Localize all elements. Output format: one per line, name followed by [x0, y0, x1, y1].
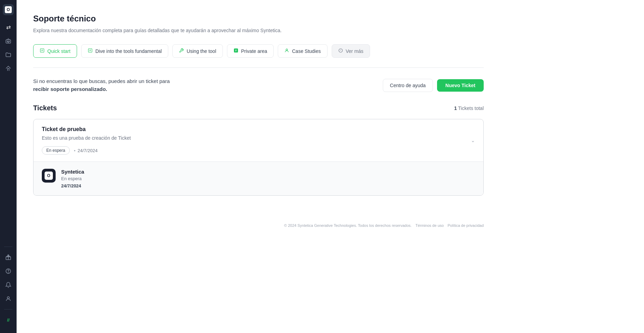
nuevo-ticket-button[interactable]: Nuevo Ticket [437, 79, 484, 92]
reply-sender-name: Syntetica [61, 169, 84, 175]
sidebar-logo[interactable]: O [3, 4, 14, 15]
cat-btn-fundamentals[interactable]: Dive into the tools fundamental [81, 44, 168, 58]
page-subtitle: Explora nuestra documentación completa p… [33, 28, 484, 33]
sidebar: O ⇄ [0, 0, 17, 333]
ticket-header[interactable]: Ticket de prueba Esto es una prueba de c… [34, 119, 483, 161]
cat-btn-case-studies-label: Case Studies [292, 48, 321, 54]
nav-accent-icon[interactable]: // [2, 314, 15, 326]
ticket-title: Ticket de prueba [42, 126, 475, 132]
svg-point-5 [8, 272, 9, 273]
ticket-meta: En espera 24/7/2024 [42, 146, 475, 155]
nav-help-icon[interactable] [2, 265, 15, 277]
nav-user-icon[interactable] [2, 293, 15, 305]
ticket-reply: O Syntetica En espera 24/7/2024 [34, 161, 483, 195]
cat-btn-using-tool[interactable]: Using the tool [172, 44, 223, 58]
tickets-count: 1 Tickets total [454, 105, 484, 111]
footer-copyright: © 2024 Syntetica Generative Technologies… [284, 223, 411, 228]
sidebar-nav: ⇄ [2, 21, 15, 244]
footer-privacy-link[interactable]: Política de privacidad [447, 223, 484, 228]
ticket-status-badge: En espera [42, 146, 70, 155]
page-title: Soporte técnico [33, 14, 484, 24]
nav-gift-icon[interactable] [2, 251, 15, 263]
main-content: Soporte técnico Explora nuestra document… [17, 0, 644, 333]
nav-robot-icon[interactable] [2, 35, 15, 47]
sidebar-divider [4, 247, 12, 247]
ticket-chevron-icon: ⌄ [471, 138, 475, 143]
reply-avatar: O [42, 169, 56, 183]
logo-mark: O [7, 7, 10, 12]
nav-transfers-icon[interactable]: ⇄ [2, 21, 15, 33]
case-studies-icon [284, 48, 289, 54]
svg-point-10 [286, 49, 288, 50]
nav-folder-icon[interactable] [2, 48, 15, 61]
cat-btn-ver-mas[interactable]: Ver más [332, 44, 370, 58]
svg-point-6 [7, 297, 9, 299]
svg-rect-0 [6, 40, 11, 43]
tickets-title: Tickets [33, 104, 57, 112]
support-banner: Si no encuentras lo que buscas, puedes a… [33, 77, 484, 93]
quick-start-icon [40, 48, 45, 54]
support-text: Si no encuentras lo que buscas, puedes a… [33, 77, 170, 93]
sidebar-divider-bottom [4, 309, 12, 309]
reply-avatar-inner: O [45, 172, 53, 180]
cat-btn-using-tool-label: Using the tool [187, 48, 216, 54]
sidebar-bottom: // [2, 244, 15, 329]
cat-btn-quick-start[interactable]: Quick start [33, 44, 77, 58]
private-area-icon [234, 48, 238, 54]
reply-content: Syntetica En espera 24/7/2024 [61, 169, 84, 188]
cat-btn-case-studies[interactable]: Case Studies [278, 44, 327, 58]
cat-btn-quick-start-label: Quick start [47, 48, 70, 54]
svg-point-1 [7, 41, 8, 41]
cat-btn-ver-mas-label: Ver más [346, 48, 363, 54]
fundamentals-icon [88, 48, 93, 54]
ticket-card: Ticket de prueba Esto es una prueba de c… [33, 119, 484, 196]
support-actions: Centro de ayuda Nuevo Ticket [383, 79, 484, 92]
nav-bell-icon[interactable] [2, 279, 15, 291]
page-footer: © 2024 Syntetica Generative Technologies… [33, 216, 484, 234]
cat-btn-private-area[interactable]: Private area [227, 44, 274, 58]
footer-terms-link[interactable]: Términos de uso [415, 223, 444, 228]
cat-btn-private-area-label: Private area [241, 48, 267, 54]
cat-btn-fundamentals-label: Dive into the tools fundamental [95, 48, 162, 54]
section-divider [33, 67, 484, 68]
ticket-desc: Esto es una prueba de creación de Ticket [42, 135, 475, 141]
nav-home-icon[interactable] [2, 62, 15, 75]
using-tool-icon [179, 48, 184, 54]
reply-date: 24/7/2024 [61, 183, 84, 188]
centro-ayuda-button[interactable]: Centro de ayuda [383, 79, 433, 92]
tickets-header: Tickets 1 Tickets total [33, 104, 484, 112]
category-buttons: Quick start Dive into the tools fundamen… [33, 44, 484, 58]
reply-status: En espera [61, 176, 84, 181]
ver-mas-icon [338, 48, 343, 54]
svg-point-2 [9, 41, 9, 41]
ticket-date: 24/7/2024 [74, 148, 98, 153]
